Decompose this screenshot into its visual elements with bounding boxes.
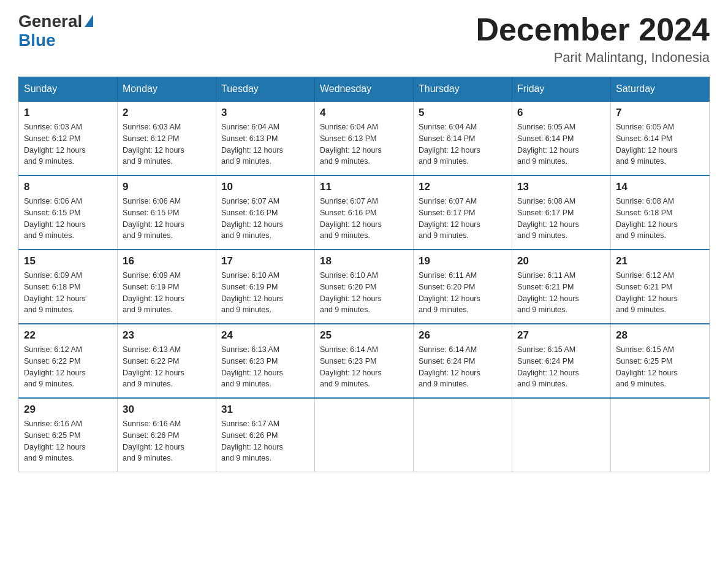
day-number: 4: [320, 107, 408, 119]
day-info: Sunrise: 6:04 AMSunset: 6:13 PMDaylight:…: [221, 121, 309, 167]
title-section: December 2024 Parit Malintang, Indonesia: [476, 12, 710, 66]
calendar-cell: 29Sunrise: 6:16 AMSunset: 6:25 PMDayligh…: [19, 398, 118, 472]
day-info: Sunrise: 6:08 AMSunset: 6:18 PMDaylight:…: [616, 196, 704, 242]
calendar-cell: 21Sunrise: 6:12 AMSunset: 6:21 PMDayligh…: [611, 250, 710, 324]
day-info: Sunrise: 6:06 AMSunset: 6:15 PMDaylight:…: [24, 196, 112, 242]
day-info: Sunrise: 6:12 AMSunset: 6:21 PMDaylight:…: [616, 270, 704, 316]
day-number: 11: [320, 181, 408, 193]
day-number: 13: [517, 181, 605, 193]
calendar-day-header: Sunday: [19, 77, 118, 102]
day-info: Sunrise: 6:11 AMSunset: 6:21 PMDaylight:…: [517, 270, 605, 316]
day-number: 6: [517, 107, 605, 119]
day-number: 14: [616, 181, 704, 193]
day-number: 17: [221, 255, 309, 267]
logo-blue-text: Blue: [18, 31, 56, 50]
calendar-cell: [315, 398, 414, 472]
calendar-table: SundayMondayTuesdayWednesdayThursdayFrid…: [18, 77, 710, 472]
day-info: Sunrise: 6:09 AMSunset: 6:18 PMDaylight:…: [24, 270, 112, 316]
calendar-cell: 1Sunrise: 6:03 AMSunset: 6:12 PMDaylight…: [19, 101, 118, 175]
day-info: Sunrise: 6:17 AMSunset: 6:26 PMDaylight:…: [221, 418, 309, 464]
calendar-cell: 22Sunrise: 6:12 AMSunset: 6:22 PMDayligh…: [19, 324, 118, 398]
calendar-cell: 30Sunrise: 6:16 AMSunset: 6:26 PMDayligh…: [118, 398, 216, 472]
calendar-week-row: 22Sunrise: 6:12 AMSunset: 6:22 PMDayligh…: [19, 324, 710, 398]
day-info: Sunrise: 6:16 AMSunset: 6:25 PMDaylight:…: [24, 418, 112, 464]
day-number: 7: [616, 107, 704, 119]
day-info: Sunrise: 6:06 AMSunset: 6:15 PMDaylight:…: [123, 196, 211, 242]
calendar-cell: [611, 398, 710, 472]
calendar-cell: 26Sunrise: 6:14 AMSunset: 6:24 PMDayligh…: [414, 324, 512, 398]
logo-general-text: General: [18, 12, 82, 31]
day-number: 8: [24, 181, 112, 193]
calendar-cell: 18Sunrise: 6:10 AMSunset: 6:20 PMDayligh…: [315, 250, 414, 324]
calendar-cell: 12Sunrise: 6:07 AMSunset: 6:17 PMDayligh…: [414, 175, 512, 250]
calendar-day-header: Tuesday: [216, 77, 315, 102]
calendar-cell: 16Sunrise: 6:09 AMSunset: 6:19 PMDayligh…: [118, 250, 216, 324]
day-number: 9: [123, 181, 211, 193]
day-info: Sunrise: 6:03 AMSunset: 6:12 PMDaylight:…: [24, 121, 112, 167]
calendar-day-header: Saturday: [611, 77, 710, 102]
calendar-day-header: Wednesday: [315, 77, 414, 102]
day-info: Sunrise: 6:13 AMSunset: 6:23 PMDaylight:…: [221, 344, 309, 390]
logo-triangle-icon: [85, 15, 93, 27]
day-info: Sunrise: 6:16 AMSunset: 6:26 PMDaylight:…: [123, 418, 211, 464]
day-info: Sunrise: 6:09 AMSunset: 6:19 PMDaylight:…: [123, 270, 211, 316]
day-info: Sunrise: 6:12 AMSunset: 6:22 PMDaylight:…: [24, 344, 112, 390]
day-number: 5: [419, 107, 507, 119]
day-number: 20: [517, 255, 605, 267]
day-number: 25: [320, 329, 408, 342]
calendar-cell: 10Sunrise: 6:07 AMSunset: 6:16 PMDayligh…: [216, 175, 315, 250]
day-number: 24: [221, 329, 309, 342]
calendar-cell: 28Sunrise: 6:15 AMSunset: 6:25 PMDayligh…: [611, 324, 710, 398]
calendar-cell: 23Sunrise: 6:13 AMSunset: 6:22 PMDayligh…: [118, 324, 216, 398]
day-info: Sunrise: 6:08 AMSunset: 6:17 PMDaylight:…: [517, 196, 605, 242]
day-info: Sunrise: 6:14 AMSunset: 6:23 PMDaylight:…: [320, 344, 408, 390]
calendar-cell: 20Sunrise: 6:11 AMSunset: 6:21 PMDayligh…: [512, 250, 611, 324]
day-number: 29: [24, 404, 112, 416]
day-info: Sunrise: 6:05 AMSunset: 6:14 PMDaylight:…: [616, 121, 704, 167]
day-info: Sunrise: 6:05 AMSunset: 6:14 PMDaylight:…: [517, 121, 605, 167]
day-number: 22: [24, 329, 112, 342]
calendar-cell: 15Sunrise: 6:09 AMSunset: 6:18 PMDayligh…: [19, 250, 118, 324]
day-number: 12: [419, 181, 507, 193]
day-number: 16: [123, 255, 211, 267]
day-info: Sunrise: 6:04 AMSunset: 6:14 PMDaylight:…: [419, 121, 507, 167]
day-info: Sunrise: 6:04 AMSunset: 6:13 PMDaylight:…: [320, 121, 408, 167]
day-info: Sunrise: 6:11 AMSunset: 6:20 PMDaylight:…: [419, 270, 507, 316]
month-title: December 2024: [476, 12, 710, 47]
calendar-cell: 13Sunrise: 6:08 AMSunset: 6:17 PMDayligh…: [512, 175, 611, 250]
day-info: Sunrise: 6:10 AMSunset: 6:20 PMDaylight:…: [320, 270, 408, 316]
day-number: 27: [517, 329, 605, 342]
day-number: 23: [123, 329, 211, 342]
calendar-cell: 5Sunrise: 6:04 AMSunset: 6:14 PMDaylight…: [414, 101, 512, 175]
calendar-cell: 2Sunrise: 6:03 AMSunset: 6:12 PMDaylight…: [118, 101, 216, 175]
day-number: 1: [24, 107, 112, 119]
day-info: Sunrise: 6:03 AMSunset: 6:12 PMDaylight:…: [123, 121, 211, 167]
day-number: 3: [221, 107, 309, 119]
day-number: 26: [419, 329, 507, 342]
day-number: 31: [221, 404, 309, 416]
day-info: Sunrise: 6:15 AMSunset: 6:25 PMDaylight:…: [616, 344, 704, 390]
calendar-cell: 9Sunrise: 6:06 AMSunset: 6:15 PMDaylight…: [118, 175, 216, 250]
calendar-day-header: Friday: [512, 77, 611, 102]
day-number: 19: [419, 255, 507, 267]
calendar-body: 1Sunrise: 6:03 AMSunset: 6:12 PMDaylight…: [19, 101, 710, 472]
calendar-header-row: SundayMondayTuesdayWednesdayThursdayFrid…: [19, 77, 710, 102]
day-number: 18: [320, 255, 408, 267]
day-number: 30: [123, 404, 211, 416]
day-info: Sunrise: 6:07 AMSunset: 6:16 PMDaylight:…: [221, 196, 309, 242]
calendar-cell: 11Sunrise: 6:07 AMSunset: 6:16 PMDayligh…: [315, 175, 414, 250]
calendar-week-row: 1Sunrise: 6:03 AMSunset: 6:12 PMDaylight…: [19, 101, 710, 175]
calendar-week-row: 15Sunrise: 6:09 AMSunset: 6:18 PMDayligh…: [19, 250, 710, 324]
calendar-cell: 14Sunrise: 6:08 AMSunset: 6:18 PMDayligh…: [611, 175, 710, 250]
calendar-day-header: Thursday: [414, 77, 512, 102]
calendar-cell: [512, 398, 611, 472]
day-info: Sunrise: 6:14 AMSunset: 6:24 PMDaylight:…: [419, 344, 507, 390]
day-number: 28: [616, 329, 704, 342]
page-header: General Blue December 2024 Parit Malinta…: [18, 12, 710, 66]
calendar-cell: 31Sunrise: 6:17 AMSunset: 6:26 PMDayligh…: [216, 398, 315, 472]
day-number: 2: [123, 107, 211, 119]
calendar-cell: 7Sunrise: 6:05 AMSunset: 6:14 PMDaylight…: [611, 101, 710, 175]
day-info: Sunrise: 6:10 AMSunset: 6:19 PMDaylight:…: [221, 270, 309, 316]
calendar-cell: 25Sunrise: 6:14 AMSunset: 6:23 PMDayligh…: [315, 324, 414, 398]
day-info: Sunrise: 6:07 AMSunset: 6:17 PMDaylight:…: [419, 196, 507, 242]
